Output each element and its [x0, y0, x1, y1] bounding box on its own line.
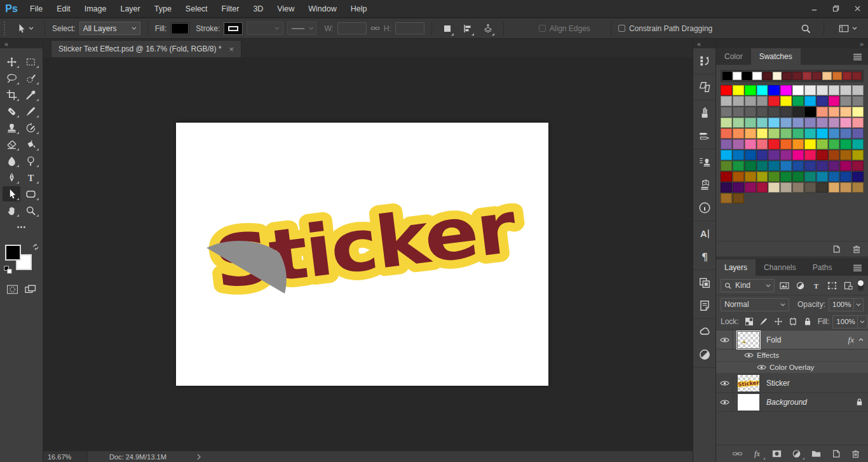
menu-layer[interactable]: Layer — [113, 0, 147, 18]
dodge-tool[interactable] — [22, 153, 40, 168]
swatch[interactable] — [733, 172, 744, 182]
swap-colors-icon[interactable] — [32, 243, 40, 252]
filter-adjustment-icon[interactable] — [796, 282, 805, 290]
swatch[interactable] — [829, 107, 840, 117]
default-colors-icon[interactable] — [4, 266, 12, 274]
swatch[interactable] — [768, 182, 780, 193]
ellipsis-tool[interactable] — [13, 219, 31, 234]
swatch[interactable] — [721, 118, 732, 128]
swatch[interactable] — [840, 85, 851, 95]
swatch[interactable] — [817, 96, 828, 106]
notes-panel-button[interactable] — [693, 294, 715, 317]
libraries-panel-button[interactable] — [693, 320, 715, 343]
canvas-pasteboard[interactable]: Sticker — [43, 57, 693, 451]
swatch[interactable] — [817, 172, 828, 182]
swatch[interactable] — [840, 161, 851, 171]
search-button[interactable] — [797, 21, 814, 36]
swatch[interactable] — [804, 107, 816, 117]
swatch[interactable] — [852, 182, 864, 193]
swatch[interactable] — [768, 128, 780, 139]
swatch[interactable] — [829, 161, 840, 171]
swatch[interactable] — [768, 118, 780, 128]
swatch[interactable] — [840, 118, 851, 128]
swatch[interactable] — [817, 161, 828, 171]
swatch[interactable] — [817, 139, 828, 149]
swatch[interactable] — [733, 128, 744, 139]
swatch[interactable] — [792, 150, 804, 160]
swatch[interactable] — [829, 85, 840, 95]
stroke-color-swatch[interactable] — [224, 22, 243, 35]
move-tool[interactable] — [3, 54, 20, 69]
swatch[interactable] — [721, 128, 732, 139]
swatch[interactable] — [757, 85, 768, 95]
3d-materials-panel-button[interactable] — [693, 173, 715, 196]
swatches-panel-menu-button[interactable] — [847, 48, 868, 65]
align-edges-option[interactable]: Align Edges — [539, 24, 590, 33]
swatch[interactable] — [733, 139, 744, 149]
swatch[interactable] — [829, 139, 840, 149]
swatch[interactable] — [768, 85, 780, 95]
layer-comps-panel-button[interactable] — [693, 271, 715, 294]
stroke-width-dropdown[interactable] — [247, 22, 283, 35]
swatch[interactable] — [745, 96, 756, 106]
swatch[interactable] — [804, 96, 816, 106]
layers-tab-layers[interactable]: Layers — [716, 259, 756, 276]
brush-presets-panel-button[interactable] — [693, 102, 715, 125]
menu-window[interactable]: Window — [301, 0, 343, 18]
recent-swatch[interactable] — [742, 72, 752, 80]
recent-swatch[interactable] — [812, 72, 822, 80]
swatch[interactable] — [780, 172, 792, 182]
swatch[interactable] — [721, 107, 732, 117]
layers-panel-menu-button[interactable] — [847, 259, 868, 276]
swatch[interactable] — [757, 96, 768, 106]
lock-pixels-icon[interactable] — [759, 317, 768, 326]
swatch[interactable] — [745, 128, 756, 139]
fill-opacity-dropdown[interactable]: 100% — [832, 315, 867, 329]
swatch[interactable] — [780, 107, 792, 117]
swatch[interactable] — [768, 150, 780, 160]
swatch[interactable] — [817, 128, 828, 139]
visibility-toggle[interactable] — [716, 374, 733, 392]
thumbnail-cell[interactable] — [733, 394, 764, 411]
new-layer-button[interactable] — [831, 449, 841, 458]
layer-row-sticker[interactable]: StickerSticker — [716, 374, 868, 393]
recent-swatch[interactable] — [832, 72, 842, 80]
constrain-path-option[interactable]: Constrain Path Dragging — [618, 24, 712, 33]
zoom-tool[interactable] — [22, 203, 40, 218]
eraser-tool[interactable] — [3, 137, 20, 152]
swatch[interactable] — [852, 85, 864, 95]
swatch[interactable] — [852, 128, 864, 139]
close-button[interactable] — [846, 0, 868, 18]
swatch[interactable] — [780, 182, 792, 193]
menu-help[interactable]: Help — [344, 0, 374, 18]
swatch[interactable] — [817, 85, 828, 95]
swatch[interactable] — [852, 139, 864, 149]
lock-position-icon[interactable] — [774, 317, 783, 326]
lasso-tool[interactable] — [3, 71, 20, 86]
tab-close-icon[interactable]: × — [229, 45, 234, 53]
thumbnail-cell[interactable]: Sticker — [733, 375, 764, 391]
recent-swatch[interactable] — [843, 72, 852, 80]
swatch[interactable] — [757, 139, 768, 149]
swatch[interactable] — [733, 193, 744, 203]
swatch[interactable] — [745, 118, 756, 128]
link-dimensions-icon[interactable] — [370, 25, 380, 31]
swatch[interactable] — [840, 96, 851, 106]
path-selection-tool[interactable] — [3, 186, 20, 201]
swatch[interactable] — [768, 172, 780, 182]
panels-collapse[interactable]: » — [716, 39, 868, 48]
filter-pixel-icon[interactable] — [780, 282, 789, 290]
swatch[interactable] — [829, 96, 840, 106]
workspace-switcher[interactable] — [834, 21, 862, 36]
layer-effect-row-effects[interactable]: Effects — [716, 350, 868, 362]
swatch[interactable] — [840, 107, 851, 117]
recent-swatch[interactable] — [763, 72, 772, 80]
path-alignment-button[interactable] — [459, 21, 476, 36]
status-chevron-icon[interactable] — [197, 454, 201, 460]
fx-badge[interactable]: fx — [848, 335, 854, 345]
eyedropper-tool[interactable] — [22, 87, 40, 102]
swatch[interactable] — [817, 150, 828, 160]
menu-edit[interactable]: Edit — [50, 0, 78, 18]
swatch[interactable] — [804, 161, 816, 171]
swatch[interactable] — [721, 150, 732, 160]
